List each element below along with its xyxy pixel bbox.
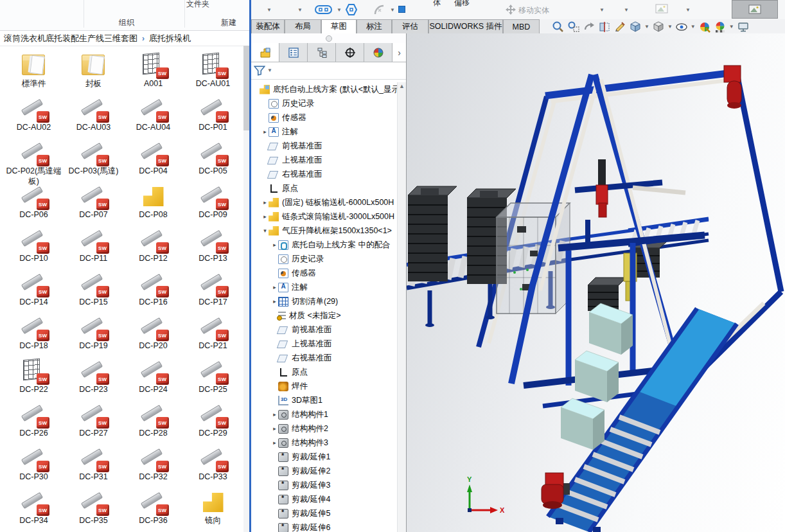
- apply-scene-icon[interactable]: [714, 21, 727, 33]
- file-item[interactable]: DC-P02(馬達端板): [4, 139, 64, 183]
- breadcrumb-path[interactable]: 滚筒洗衣机底托装配生产线三维套图: [4, 33, 137, 44]
- expand-arrow-icon[interactable]: [271, 284, 278, 290]
- active-tool-button[interactable]: [732, 0, 778, 19]
- dropdown-caret-icon[interactable]: ▼: [337, 8, 342, 13]
- tree-item[interactable]: 上视基准面: [251, 153, 398, 167]
- tree-item[interactable]: 上视基准面: [251, 337, 398, 351]
- file-item[interactable]: DC-P27: [64, 402, 123, 445]
- dropdown-caret-icon[interactable]: ▼: [599, 8, 604, 13]
- view-settings-icon[interactable]: [737, 21, 750, 33]
- tree-item[interactable]: 底托自动上线方案 中的配合: [251, 238, 398, 252]
- organize-group-label[interactable]: 组织: [119, 17, 134, 28]
- view-orientation-icon[interactable]: [629, 21, 642, 33]
- tree-item[interactable]: 链条式滚筒输送机-3000Lx500H: [251, 209, 398, 224]
- file-item[interactable]: DC-P10: [4, 227, 64, 270]
- file-item[interactable]: DC-P06: [4, 183, 64, 227]
- file-item[interactable]: DC-P22: [4, 358, 64, 402]
- tree-item[interactable]: 传感器: [251, 111, 398, 125]
- tree-item[interactable]: 结构构件3: [251, 436, 398, 450]
- file-item[interactable]: DC-P35: [64, 489, 123, 532]
- dropdown-caret-icon[interactable]: ▼: [267, 68, 272, 73]
- propertymanager-tab[interactable]: [279, 43, 308, 62]
- file-item[interactable]: DC-P28: [123, 402, 183, 445]
- expand-arrow-icon[interactable]: [271, 298, 278, 305]
- file-item[interactable]: DC-P13: [183, 227, 243, 270]
- file-item[interactable]: DC-P05: [183, 139, 243, 183]
- point-sketch-icon[interactable]: [398, 6, 405, 13]
- tree-item[interactable]: 切割清单(29): [251, 294, 398, 308]
- file-item[interactable]: DC-P21: [183, 314, 243, 358]
- file-item[interactable]: DC-P34: [4, 489, 64, 532]
- tree-item[interactable]: 注解: [251, 280, 398, 294]
- edit-appearance-icon[interactable]: [698, 21, 711, 33]
- tree-item[interactable]: 剪裁/延伸4: [251, 492, 398, 506]
- annotation-visibility-icon[interactable]: [613, 21, 626, 33]
- command-tab[interactable]: SOLIDWORKS 插件: [428, 19, 503, 33]
- file-item[interactable]: DC-P04: [123, 139, 183, 183]
- dropdown-caret-icon[interactable]: ▼: [691, 24, 696, 30]
- tree-scrollbar[interactable]: ▲: [397, 82, 406, 532]
- file-item[interactable]: DC-P24: [123, 358, 183, 402]
- expand-arrow-icon[interactable]: [261, 199, 269, 206]
- file-item[interactable]: DC-P25: [183, 358, 243, 402]
- expand-arrow-icon[interactable]: [271, 411, 278, 418]
- tree-item[interactable]: 前视基准面: [251, 323, 398, 337]
- file-item[interactable]: DC-P14: [4, 270, 64, 314]
- file-item[interactable]: 封板: [64, 52, 123, 96]
- command-tab[interactable]: 布局: [285, 19, 321, 33]
- tree-item[interactable]: 原点: [251, 181, 398, 195]
- file-item[interactable]: DC-P09: [183, 183, 243, 227]
- dimxpertmanager-tab[interactable]: [336, 43, 364, 62]
- slot-sketch-icon[interactable]: [314, 3, 333, 19]
- tree-item[interactable]: 结构构件1: [251, 407, 398, 421]
- file-item[interactable]: DC-P17: [183, 270, 243, 314]
- file-item[interactable]: DC-P15: [64, 270, 123, 314]
- command-tab[interactable]: 装配体: [251, 19, 285, 33]
- expand-arrow-icon[interactable]: [261, 227, 269, 234]
- file-item[interactable]: 標準件: [4, 52, 64, 96]
- file-item[interactable]: 镜向: [183, 489, 243, 532]
- file-item[interactable]: DC-AU01: [183, 52, 243, 96]
- expand-arrow-icon[interactable]: [271, 425, 278, 432]
- file-item[interactable]: DC-P36: [123, 489, 183, 532]
- breadcrumb-current[interactable]: 底托拆垛机: [149, 33, 191, 44]
- file-item[interactable]: DC-P07: [64, 183, 123, 227]
- tree-item[interactable]: 气压升降机框架1500x1350<1>: [251, 224, 398, 238]
- dropdown-caret-icon[interactable]: ▼: [644, 24, 649, 30]
- expand-arrow-icon[interactable]: [271, 242, 278, 248]
- tree-item[interactable]: 结构构件2: [251, 421, 398, 436]
- expand-arrow-icon[interactable]: [261, 129, 269, 135]
- tree-item[interactable]: 底托自动上线方案 (默认<默认_显示状: [251, 82, 398, 96]
- tree-item[interactable]: 焊件: [251, 379, 398, 393]
- tree-item[interactable]: 3D草图1: [251, 393, 398, 407]
- file-item[interactable]: DC-AU03: [64, 96, 123, 139]
- dropdown-caret-icon[interactable]: ▼: [624, 8, 629, 13]
- command-tab[interactable]: 标注: [357, 19, 392, 33]
- previous-view-icon[interactable]: [583, 21, 595, 33]
- dropdown-caret-icon[interactable]: ▼: [667, 24, 673, 30]
- file-item[interactable]: DC-P33: [183, 445, 243, 489]
- tree-item[interactable]: 剪裁/延伸1: [251, 450, 398, 464]
- file-item[interactable]: DC-P20: [123, 314, 183, 358]
- polygon-sketch-icon[interactable]: [344, 3, 358, 19]
- tree-item[interactable]: 原点: [251, 365, 398, 379]
- file-item[interactable]: DC-P26: [4, 402, 64, 445]
- breadcrumb[interactable]: 滚筒洗衣机底托装配生产线三维套图 › 底托拆垛机: [0, 31, 249, 46]
- dropdown-caret-icon[interactable]: ▼: [685, 8, 691, 13]
- file-item[interactable]: DC-P11: [64, 227, 123, 270]
- zoom-to-fit-icon[interactable]: [552, 21, 565, 33]
- file-item[interactable]: DC-P23: [64, 358, 123, 402]
- file-item[interactable]: DC-P01: [183, 96, 243, 139]
- dropdown-caret-icon[interactable]: ▼: [729, 24, 734, 30]
- dropdown-caret-icon[interactable]: ▼: [297, 8, 303, 13]
- tree-item[interactable]: 历史记录: [251, 252, 398, 266]
- file-item[interactable]: DC-P16: [123, 270, 183, 314]
- tree-item[interactable]: 历史记录: [251, 96, 398, 111]
- featuremanager-tab[interactable]: [251, 43, 279, 62]
- scroll-up-icon[interactable]: ▲: [398, 82, 406, 91]
- panel-splitter[interactable]: [251, 33, 406, 43]
- chevron-right-icon[interactable]: ›: [392, 43, 406, 62]
- file-item[interactable]: DC-P03(馬達): [64, 139, 123, 183]
- tree-item[interactable]: (固定) 链板输送机-6000Lx500H: [251, 195, 398, 209]
- tree-item[interactable]: 右视基准面: [251, 351, 398, 365]
